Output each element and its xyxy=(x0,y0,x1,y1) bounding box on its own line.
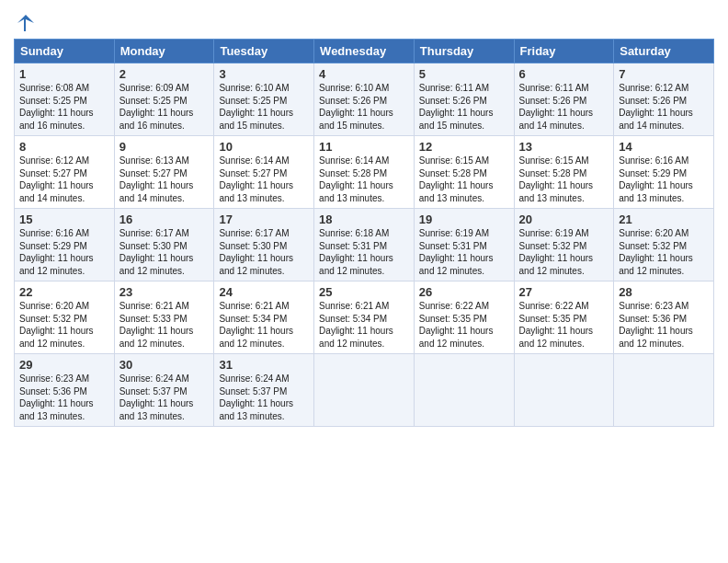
day-number: 3 xyxy=(219,67,309,81)
day-cell: 26Sunrise: 6:22 AM Sunset: 5:35 PM Dayli… xyxy=(414,282,514,354)
day-cell: 12Sunrise: 6:15 AM Sunset: 5:28 PM Dayli… xyxy=(414,136,514,209)
day-number: 17 xyxy=(219,213,309,226)
day-info: Sunrise: 6:14 AM Sunset: 5:27 PM Dayligh… xyxy=(219,155,309,204)
day-number: 26 xyxy=(419,285,509,299)
day-cell: 3Sunrise: 6:10 AM Sunset: 5:25 PM Daylig… xyxy=(214,63,314,136)
day-number: 2 xyxy=(119,67,210,81)
week-row-1: 1Sunrise: 6:08 AM Sunset: 5:25 PM Daylig… xyxy=(15,63,714,136)
day-number: 21 xyxy=(619,213,709,226)
day-cell: 13Sunrise: 6:15 AM Sunset: 5:28 PM Dayli… xyxy=(514,136,614,209)
day-info: Sunrise: 6:11 AM Sunset: 5:26 PM Dayligh… xyxy=(419,82,509,132)
header-row: SundayMondayTuesdayWednesdayThursdayFrid… xyxy=(15,40,714,63)
day-info: Sunrise: 6:10 AM Sunset: 5:26 PM Dayligh… xyxy=(319,82,409,132)
day-info: Sunrise: 6:12 AM Sunset: 5:26 PM Dayligh… xyxy=(619,82,709,132)
day-number: 20 xyxy=(519,213,609,226)
col-header-friday: Friday xyxy=(514,40,614,63)
day-info: Sunrise: 6:23 AM Sunset: 5:36 PM Dayligh… xyxy=(19,373,109,422)
day-info: Sunrise: 6:14 AM Sunset: 5:28 PM Dayligh… xyxy=(319,155,409,204)
day-info: Sunrise: 6:24 AM Sunset: 5:37 PM Dayligh… xyxy=(119,373,210,422)
day-cell: 6Sunrise: 6:11 AM Sunset: 5:26 PM Daylig… xyxy=(514,63,614,136)
day-info: Sunrise: 6:21 AM Sunset: 5:33 PM Dayligh… xyxy=(119,300,210,350)
week-row-5: 29Sunrise: 6:23 AM Sunset: 5:36 PM Dayli… xyxy=(15,354,714,427)
logo xyxy=(14,13,36,33)
day-cell: 25Sunrise: 6:21 AM Sunset: 5:34 PM Dayli… xyxy=(314,282,415,354)
day-info: Sunrise: 6:17 AM Sunset: 5:30 PM Dayligh… xyxy=(119,227,210,277)
day-number: 23 xyxy=(119,285,210,299)
day-number: 16 xyxy=(119,213,210,226)
day-info: Sunrise: 6:08 AM Sunset: 5:25 PM Dayligh… xyxy=(19,82,109,132)
day-cell: 22Sunrise: 6:20 AM Sunset: 5:32 PM Dayli… xyxy=(15,282,115,354)
day-info: Sunrise: 6:15 AM Sunset: 5:28 PM Dayligh… xyxy=(419,155,509,204)
day-cell: 23Sunrise: 6:21 AM Sunset: 5:33 PM Dayli… xyxy=(114,282,214,354)
col-header-tuesday: Tuesday xyxy=(214,40,314,63)
day-info: Sunrise: 6:11 AM Sunset: 5:26 PM Dayligh… xyxy=(519,82,609,132)
day-cell: 16Sunrise: 6:17 AM Sunset: 5:30 PM Dayli… xyxy=(114,209,214,282)
col-header-sunday: Sunday xyxy=(15,40,115,63)
svg-marker-0 xyxy=(17,15,34,31)
day-number: 15 xyxy=(19,213,109,226)
day-number: 9 xyxy=(119,140,210,154)
day-number: 29 xyxy=(19,358,109,372)
day-cell xyxy=(614,354,714,427)
day-info: Sunrise: 6:22 AM Sunset: 5:35 PM Dayligh… xyxy=(419,300,509,350)
day-number: 22 xyxy=(19,285,109,299)
page: SundayMondayTuesdayWednesdayThursdayFrid… xyxy=(0,0,728,563)
day-number: 12 xyxy=(419,140,509,154)
day-cell: 17Sunrise: 6:17 AM Sunset: 5:30 PM Dayli… xyxy=(214,209,314,282)
day-cell xyxy=(314,354,415,427)
day-number: 1 xyxy=(19,67,109,81)
day-number: 14 xyxy=(619,140,709,154)
day-number: 4 xyxy=(319,67,409,81)
day-cell: 24Sunrise: 6:21 AM Sunset: 5:34 PM Dayli… xyxy=(214,282,314,354)
day-cell: 1Sunrise: 6:08 AM Sunset: 5:25 PM Daylig… xyxy=(15,63,115,136)
day-info: Sunrise: 6:16 AM Sunset: 5:29 PM Dayligh… xyxy=(619,155,709,204)
week-row-3: 15Sunrise: 6:16 AM Sunset: 5:29 PM Dayli… xyxy=(15,209,714,282)
day-number: 19 xyxy=(419,213,509,226)
day-cell: 31Sunrise: 6:24 AM Sunset: 5:37 PM Dayli… xyxy=(214,354,314,427)
day-number: 6 xyxy=(519,67,609,81)
day-cell xyxy=(414,354,514,427)
day-number: 8 xyxy=(19,140,109,154)
day-info: Sunrise: 6:15 AM Sunset: 5:28 PM Dayligh… xyxy=(519,155,609,204)
day-info: Sunrise: 6:09 AM Sunset: 5:25 PM Dayligh… xyxy=(119,82,210,132)
day-number: 28 xyxy=(619,285,709,299)
day-number: 24 xyxy=(219,285,309,299)
day-number: 10 xyxy=(219,140,309,154)
header-area xyxy=(14,9,714,33)
day-cell: 4Sunrise: 6:10 AM Sunset: 5:26 PM Daylig… xyxy=(314,63,415,136)
day-number: 27 xyxy=(519,285,609,299)
col-header-thursday: Thursday xyxy=(414,40,514,63)
day-number: 31 xyxy=(219,358,309,372)
day-info: Sunrise: 6:19 AM Sunset: 5:31 PM Dayligh… xyxy=(419,227,509,277)
col-header-wednesday: Wednesday xyxy=(314,40,415,63)
day-cell: 18Sunrise: 6:18 AM Sunset: 5:31 PM Dayli… xyxy=(314,209,415,282)
day-info: Sunrise: 6:24 AM Sunset: 5:37 PM Dayligh… xyxy=(219,373,309,422)
day-cell: 15Sunrise: 6:16 AM Sunset: 5:29 PM Dayli… xyxy=(15,209,115,282)
day-number: 30 xyxy=(119,358,210,372)
day-number: 11 xyxy=(319,140,409,154)
day-cell: 28Sunrise: 6:23 AM Sunset: 5:36 PM Dayli… xyxy=(614,282,714,354)
day-info: Sunrise: 6:23 AM Sunset: 5:36 PM Dayligh… xyxy=(619,300,709,350)
day-info: Sunrise: 6:20 AM Sunset: 5:32 PM Dayligh… xyxy=(19,300,109,350)
calendar-table: SundayMondayTuesdayWednesdayThursdayFrid… xyxy=(14,39,714,427)
day-cell: 8Sunrise: 6:12 AM Sunset: 5:27 PM Daylig… xyxy=(15,136,115,209)
day-number: 18 xyxy=(319,213,409,226)
day-cell: 20Sunrise: 6:19 AM Sunset: 5:32 PM Dayli… xyxy=(514,209,614,282)
day-info: Sunrise: 6:22 AM Sunset: 5:35 PM Dayligh… xyxy=(519,300,609,350)
day-number: 7 xyxy=(619,67,709,81)
week-row-2: 8Sunrise: 6:12 AM Sunset: 5:27 PM Daylig… xyxy=(15,136,714,209)
day-cell: 5Sunrise: 6:11 AM Sunset: 5:26 PM Daylig… xyxy=(414,63,514,136)
day-cell: 10Sunrise: 6:14 AM Sunset: 5:27 PM Dayli… xyxy=(214,136,314,209)
day-cell: 2Sunrise: 6:09 AM Sunset: 5:25 PM Daylig… xyxy=(114,63,214,136)
day-info: Sunrise: 6:21 AM Sunset: 5:34 PM Dayligh… xyxy=(319,300,409,350)
col-header-saturday: Saturday xyxy=(614,40,714,63)
col-header-monday: Monday xyxy=(114,40,214,63)
day-cell: 14Sunrise: 6:16 AM Sunset: 5:29 PM Dayli… xyxy=(614,136,714,209)
day-number: 13 xyxy=(519,140,609,154)
day-cell xyxy=(514,354,614,427)
day-info: Sunrise: 6:20 AM Sunset: 5:32 PM Dayligh… xyxy=(619,227,709,277)
day-info: Sunrise: 6:19 AM Sunset: 5:32 PM Dayligh… xyxy=(519,227,609,277)
day-cell: 27Sunrise: 6:22 AM Sunset: 5:35 PM Dayli… xyxy=(514,282,614,354)
day-cell: 19Sunrise: 6:19 AM Sunset: 5:31 PM Dayli… xyxy=(414,209,514,282)
day-cell: 11Sunrise: 6:14 AM Sunset: 5:28 PM Dayli… xyxy=(314,136,415,209)
